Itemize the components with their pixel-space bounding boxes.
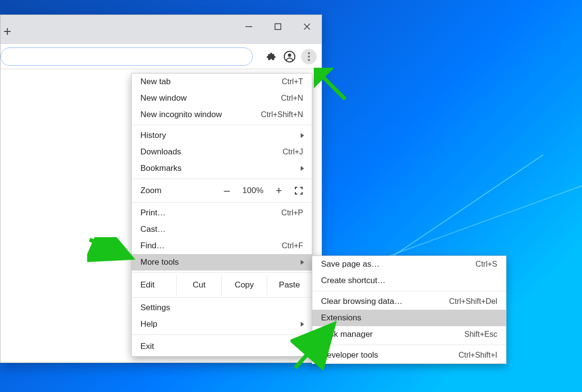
menu-item-new-incognito[interactable]: New incognito window Ctrl+Shift+N bbox=[132, 106, 312, 123]
menu-item-bookmarks[interactable]: Bookmarks bbox=[132, 160, 312, 177]
menu-label: Print… bbox=[140, 208, 166, 218]
menu-item-settings[interactable]: Settings bbox=[132, 300, 312, 316]
close-button[interactable] bbox=[292, 17, 322, 36]
menu-item-history[interactable]: History bbox=[132, 127, 312, 144]
maximize-button[interactable] bbox=[263, 17, 292, 36]
menu-shortcut: Ctrl+P bbox=[281, 209, 303, 217]
menu-divider bbox=[132, 202, 312, 203]
desktop-background: + bbox=[0, 0, 582, 392]
svg-point-7 bbox=[308, 56, 310, 58]
menu-label: Extensions bbox=[321, 313, 361, 323]
edit-copy-button[interactable]: Copy bbox=[221, 275, 266, 295]
menu-label: Cast… bbox=[140, 225, 166, 234]
menu-label: Settings bbox=[140, 303, 170, 313]
menu-divider bbox=[132, 272, 312, 273]
menu-item-help[interactable]: Help bbox=[132, 316, 312, 332]
menu-divider bbox=[132, 297, 312, 298]
menu-item-cast[interactable]: Cast… bbox=[132, 221, 312, 238]
menu-label: Exit bbox=[140, 342, 154, 351]
titlebar[interactable]: + bbox=[0, 15, 322, 44]
chevron-right-icon bbox=[301, 166, 304, 171]
minimize-button[interactable] bbox=[234, 17, 263, 36]
menu-shortcut: Ctrl+Shift+N bbox=[261, 110, 303, 119]
menu-label: More tools bbox=[140, 257, 179, 267]
menu-divider bbox=[312, 291, 506, 291]
menu-divider bbox=[312, 345, 506, 345]
menu-item-exit[interactable]: Exit bbox=[132, 337, 312, 356]
chevron-right-icon bbox=[301, 260, 304, 265]
menu-shortcut: Ctrl+N bbox=[281, 94, 303, 103]
menu-item-new-tab[interactable]: New tab Ctrl+T bbox=[132, 74, 312, 90]
edit-paste-button[interactable]: Paste bbox=[267, 275, 312, 295]
submenu-item-task-manager[interactable]: Task manager Shift+Esc bbox=[312, 326, 506, 343]
menu-item-more-tools[interactable]: More tools bbox=[132, 254, 312, 271]
extensions-icon[interactable] bbox=[264, 50, 278, 63]
svg-rect-1 bbox=[275, 24, 281, 30]
edit-cut-button[interactable]: Cut bbox=[176, 275, 221, 295]
submenu-item-clear-data[interactable]: Clear browsing data… Ctrl+Shift+Del bbox=[312, 293, 506, 310]
submenu-item-create-shortcut[interactable]: Create shortcut… bbox=[312, 272, 506, 289]
menu-divider bbox=[132, 334, 312, 335]
menu-label: New tab bbox=[140, 77, 170, 87]
fullscreen-icon[interactable] bbox=[294, 186, 303, 195]
menu-label: New window bbox=[140, 93, 186, 103]
profile-icon[interactable] bbox=[283, 50, 296, 63]
svg-point-5 bbox=[288, 53, 291, 57]
more-tools-submenu: Save page as… Ctrl+S Create shortcut… Cl… bbox=[312, 256, 506, 364]
menu-label: History bbox=[140, 131, 166, 140]
menu-label: Save page as… bbox=[321, 259, 380, 269]
menu-label: New incognito window bbox=[140, 110, 222, 120]
menu-shortcut: Ctrl+Shift+I bbox=[459, 351, 497, 360]
menu-shortcut: Ctrl+Shift+Del bbox=[449, 297, 497, 306]
menu-divider bbox=[132, 179, 312, 179]
menu-label: Clear browsing data… bbox=[321, 297, 402, 306]
browser-toolbar bbox=[0, 44, 322, 69]
chrome-main-menu: New tab Ctrl+T New window Ctrl+N New inc… bbox=[131, 73, 312, 357]
menu-label: Find… bbox=[140, 241, 165, 251]
svg-point-6 bbox=[308, 52, 310, 54]
kebab-menu-icon[interactable] bbox=[301, 49, 317, 64]
new-tab-plus-icon[interactable]: + bbox=[0, 15, 11, 39]
menu-shortcut: Ctrl+J bbox=[283, 148, 303, 156]
menu-shortcut: Shift+Esc bbox=[464, 330, 497, 339]
menu-item-edit-row: Edit Cut Copy Paste bbox=[132, 275, 312, 295]
zoom-in-button[interactable]: + bbox=[275, 184, 283, 197]
menu-label: Edit bbox=[132, 280, 176, 290]
submenu-item-extensions[interactable]: Extensions bbox=[312, 310, 506, 326]
menu-divider bbox=[132, 125, 312, 125]
menu-item-find[interactable]: Find… Ctrl+F bbox=[132, 238, 312, 254]
chevron-right-icon bbox=[301, 133, 304, 138]
menu-label: Developer tools bbox=[321, 350, 378, 360]
menu-label: Zoom bbox=[140, 186, 161, 196]
address-bar[interactable] bbox=[0, 47, 253, 66]
menu-item-print[interactable]: Print… Ctrl+P bbox=[132, 205, 312, 221]
wallpaper-decoration bbox=[373, 182, 582, 262]
submenu-item-save-page[interactable]: Save page as… Ctrl+S bbox=[312, 256, 506, 272]
menu-label: Create shortcut… bbox=[321, 276, 385, 286]
zoom-out-button[interactable]: – bbox=[223, 184, 231, 197]
menu-shortcut: Ctrl+T bbox=[282, 77, 303, 86]
menu-label: Downloads bbox=[140, 147, 181, 157]
menu-item-new-window[interactable]: New window Ctrl+N bbox=[132, 90, 312, 106]
chevron-right-icon bbox=[301, 322, 304, 327]
menu-label: Task manager bbox=[321, 330, 373, 339]
submenu-item-dev-tools[interactable]: Developer tools Ctrl+Shift+I bbox=[312, 347, 506, 363]
menu-label: Bookmarks bbox=[140, 164, 182, 173]
menu-shortcut: Ctrl+S bbox=[475, 260, 497, 269]
menu-shortcut: Ctrl+F bbox=[282, 241, 303, 250]
svg-line-9 bbox=[319, 73, 345, 99]
window-controls bbox=[234, 15, 322, 36]
menu-label: Help bbox=[140, 319, 157, 329]
svg-point-8 bbox=[308, 59, 310, 61]
menu-item-downloads[interactable]: Downloads Ctrl+J bbox=[132, 144, 312, 160]
zoom-value: 100% bbox=[243, 186, 263, 196]
menu-item-zoom: Zoom – 100% + bbox=[132, 181, 312, 200]
